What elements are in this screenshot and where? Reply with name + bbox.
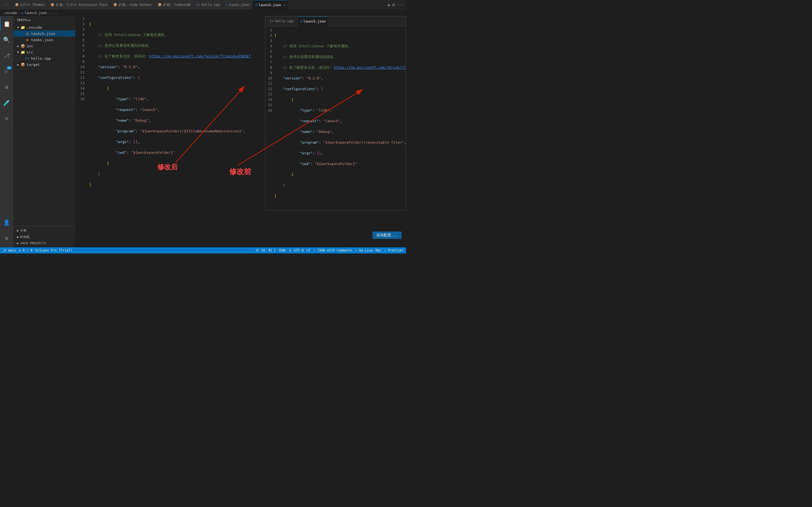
outline-arrow: ▶ (17, 229, 19, 232)
activity-extensions[interactable]: ⊞ (0, 80, 13, 94)
breadcrumb-vscode[interactable]: .vscode (3, 11, 17, 15)
hello-cpp-label: hello.cpp (31, 56, 51, 61)
run-icon[interactable]: ▶ (388, 3, 390, 7)
tab-code-runner-icon: 📦 (113, 3, 117, 7)
activity-search[interactable]: 🔍 (0, 33, 13, 47)
more-actions-icon[interactable]: ··· (397, 3, 404, 7)
breadcrumb-more[interactable]: ... (51, 11, 57, 15)
status-encoding[interactable]: UTF-8 (294, 248, 304, 252)
tree-item-vscode[interactable]: ▼ 📁 .vscode (13, 24, 75, 31)
tab-codelldb[interactable]: 📦 扩展: CodeLLDB (155, 0, 193, 10)
sidebar-bottom: ▶ 大纲 ▶ 时间线 ▶ JAVA PROJECTS (13, 226, 75, 247)
tab-ext-pack-icon: 📦 (50, 3, 54, 7)
tab-launch-json-label: launch.json (259, 3, 281, 7)
activity-settings[interactable]: ⚙ (0, 231, 13, 245)
tab-bar: ··· 📦 C/C++ Themes 📦 扩展: C/C++ Extension… (0, 0, 406, 10)
breadcrumb-launch-json-icon: ⚙ (21, 11, 23, 15)
inc-folder-icon: 📦 (20, 44, 26, 48)
activity-run[interactable]: ▷ 28 (0, 64, 13, 78)
status-prettier[interactable]: ✓ Prettier (384, 248, 404, 252)
launch-json-file-icon: ⚙ (25, 32, 30, 36)
activity-account[interactable]: 👤 (0, 216, 13, 229)
status-golive[interactable]: ⚡ Go Live (355, 248, 373, 252)
settings-icon: ⚙ (5, 235, 8, 242)
tab-codelldb-icon: 📦 (158, 3, 162, 7)
tab-launch-json-close[interactable]: ✕ (284, 3, 286, 7)
tab-hello-cpp-label: hello.cpp (202, 3, 220, 7)
line-numbers: 12345 678910 1112131415 16 (75, 16, 87, 247)
status-spaces[interactable]: 空格: 4 (278, 248, 291, 252)
activity-bar: 📋 🔍 ⎇ ▷ 28 ⊞ 🧪 ⊘ 👤 ⚙ (0, 16, 13, 247)
java-projects-label: JAVA PROJECTS (20, 241, 46, 245)
search-icon: 🔍 (3, 36, 10, 43)
tree-item-hello-cpp[interactable]: ▶ C+ hello.cpp (13, 55, 75, 61)
split-editor-icon[interactable]: ⧉ (392, 3, 395, 7)
src-folder-arrow: ▼ (16, 51, 20, 54)
overlay-tab-hello[interactable]: C+ hello.cpp (267, 16, 296, 26)
outline-section[interactable]: ▶ 大纲 (13, 227, 75, 234)
add-config-button[interactable]: 添加配置... (372, 231, 402, 239)
tasks-json-label: tasks.json (31, 38, 53, 42)
tab-tasks-json-label: tasks.json (229, 3, 249, 7)
annotation-after-label: 修改后 (157, 163, 177, 172)
run-debug-badge: 28 (6, 66, 12, 69)
tab-ext-pack[interactable]: 📦 扩展: C/C++ Extension Pack (48, 0, 110, 10)
inc-folder-label: inc (27, 44, 33, 48)
timeline-section[interactable]: ▶ 时间线 (13, 234, 75, 240)
tab-themes-icon: 📦 (15, 3, 19, 7)
overlay-launch-label: launch.json (303, 19, 326, 23)
timeline-label: 时间线 (20, 235, 30, 239)
outline-label: 大纲 (20, 228, 27, 233)
tab-hello-cpp[interactable]: C+ hello.cpp (194, 0, 223, 10)
vscode-folder-arrow: ▼ (16, 26, 20, 29)
account-icon: 👤 (3, 219, 10, 226)
target-folder-arrow: ▶ (16, 63, 20, 66)
activity-explorer[interactable]: 📋 (0, 17, 13, 31)
status-platform[interactable]: Mac (375, 248, 382, 252)
sidebar-title-label: TESTC++ (17, 18, 31, 22)
status-bar-right: 行 16，列 2 空格: 4 UTF-8 LF ⚡ JSON with Comm… (256, 248, 404, 252)
tab-launch-json[interactable]: ⚙ launch.json ✕ (253, 0, 289, 10)
activity-test[interactable]: 🧪 (0, 96, 13, 110)
status-git-branch[interactable]: ⎇ main (2, 248, 16, 252)
tab-overflow[interactable]: ··· (0, 0, 12, 10)
status-errors[interactable]: ⊘ 0 ⚠ 0 (19, 248, 33, 252)
tab-tasks-json[interactable]: ⚙ tasks.json (223, 0, 253, 10)
timeline-arrow: ▶ (17, 235, 19, 239)
status-bar: ⎇ main ⊘ 0 ⚠ 0 GitLens Pro (Trial) 行 16，… (0, 247, 406, 253)
tab-code-runner[interactable]: 📦 扩展: Code Runner (110, 0, 155, 10)
source-control-icon: ⎇ (3, 52, 10, 59)
status-position[interactable]: 行 16，列 2 (256, 248, 276, 252)
status-line-ending[interactable]: LF (306, 248, 310, 252)
remote-icon: ⊘ (5, 115, 8, 122)
java-projects-section[interactable]: ▶ JAVA PROJECTS (13, 240, 75, 246)
extensions-icon: ⊞ (5, 83, 8, 91)
tab-tasks-json-icon: ⚙ (226, 3, 228, 7)
tree-item-launch-json[interactable]: ▶ ⚙ launch.json (13, 31, 75, 37)
vscode-folder-icon: 📁 (20, 25, 26, 30)
breadcrumb-launch-json[interactable]: launch.json (24, 11, 47, 15)
tree-item-tasks-json[interactable]: ▶ ⚙ tasks.json (13, 37, 75, 43)
overlay-tab-launch[interactable]: ⚙ launch.json (298, 16, 328, 26)
tree-item-src[interactable]: ▼ 📁 src (13, 49, 75, 55)
overlay-panel-header: C+ hello.cpp ⚙ launch.json (265, 16, 406, 26)
sidebar: TESTC++ ▼ 📁 .vscode ▶ ⚙ launch.json ▶ ⚙ … (13, 16, 75, 247)
activity-source-control[interactable]: ⎇ (0, 49, 13, 62)
overlay-code[interactable]: 12345 678910 1112131415 16 { // 使用 Intel… (265, 26, 406, 210)
tree-item-inc[interactable]: ▶ 📦 inc (13, 43, 75, 49)
overlay-line-numbers: 12345 678910 1112131415 16 (267, 27, 274, 209)
tab-hello-cpp-icon: C+ (197, 3, 200, 7)
breadcrumb-sep1: › (18, 11, 20, 15)
main-layout: 📋 🔍 ⎇ ▷ 28 ⊞ 🧪 ⊘ 👤 ⚙ (0, 16, 406, 247)
tab-themes[interactable]: 📦 C/C++ Themes (12, 0, 48, 10)
overlay-code-lines: { // 使用 IntelliSense 了解相关属性。 // 悬停以查看现有属… (274, 27, 406, 209)
overlay-hello-icon: C+ (270, 19, 274, 23)
tree-item-target[interactable]: ▶ 📦 target (13, 61, 75, 68)
activity-remote[interactable]: ⊘ (0, 112, 13, 125)
sidebar-title: TESTC++ (13, 16, 75, 24)
status-language[interactable]: ⚡ JSON with Comments (313, 248, 352, 252)
status-bar-left: ⎇ main ⊘ 0 ⚠ 0 GitLens Pro (Trial) (2, 248, 72, 252)
test-icon: 🧪 (3, 100, 10, 106)
status-gitlens[interactable]: GitLens Pro (Trial) (35, 248, 72, 252)
tab-overflow-label: ··· (3, 3, 9, 7)
